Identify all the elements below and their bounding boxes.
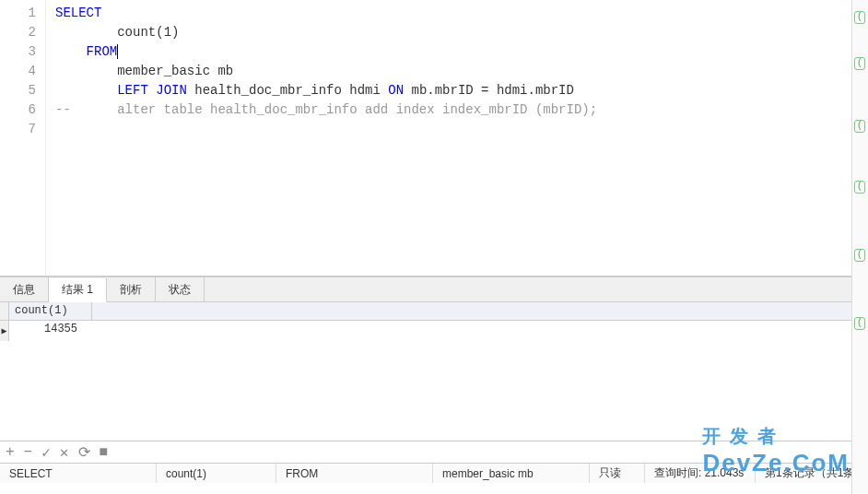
- stop-button[interactable]: ■: [100, 444, 109, 461]
- tab-剖析[interactable]: 剖析: [107, 277, 156, 301]
- rail-marker[interactable]: (: [854, 249, 865, 262]
- tab-状态[interactable]: 状态: [156, 277, 205, 301]
- rail-marker[interactable]: (: [854, 181, 865, 194]
- result-tabs: 信息结果 1剖析状态: [0, 276, 868, 302]
- results-header-row: count(1): [0, 302, 868, 321]
- tab-信息[interactable]: 信息: [0, 277, 49, 301]
- line-number: 7: [0, 120, 36, 139]
- apply-button[interactable]: ✓: [41, 443, 51, 462]
- code-line[interactable]: FROM: [55, 42, 859, 62]
- status-query-time: 查询时间: 21.043s: [645, 464, 756, 483]
- status-select: SELECT: [0, 464, 157, 483]
- line-number: 2: [0, 23, 36, 42]
- remove-row-button[interactable]: −: [24, 444, 33, 461]
- status-count: count(1): [157, 464, 276, 483]
- line-number: 6: [0, 100, 36, 120]
- row-marker-header: [0, 302, 9, 320]
- line-gutter: 1234567: [0, 0, 46, 276]
- rail-marker[interactable]: (: [854, 120, 865, 133]
- rail-marker[interactable]: (: [854, 57, 865, 70]
- table-row[interactable]: ▶14355: [0, 321, 868, 341]
- tab-结果 1[interactable]: 结果 1: [49, 278, 107, 302]
- add-row-button[interactable]: +: [6, 444, 15, 461]
- code-line[interactable]: SELECT: [55, 4, 859, 23]
- line-number: 3: [0, 42, 36, 62]
- code-area[interactable]: SELECT count(1) FROM member_basic mb LEF…: [46, 0, 868, 276]
- line-number: 4: [0, 62, 36, 81]
- rail-marker[interactable]: (: [854, 11, 865, 24]
- grid-toolbar: + − ✓ ✕ ⟳ ■: [0, 441, 868, 463]
- line-number: 1: [0, 4, 36, 23]
- column-header[interactable]: count(1): [9, 302, 92, 320]
- line-number: 5: [0, 81, 36, 100]
- status-from: FROM: [276, 464, 433, 483]
- status-bar: SELECT count(1) FROM member_basic mb 只读 …: [0, 463, 868, 483]
- code-line[interactable]: count(1): [55, 23, 859, 42]
- refresh-button[interactable]: ⟳: [78, 443, 90, 462]
- cancel-button[interactable]: ✕: [60, 443, 69, 462]
- current-row-marker: ▶: [0, 321, 9, 341]
- status-table: member_basic mb: [433, 464, 590, 483]
- result-cell[interactable]: 14355: [9, 321, 83, 341]
- code-line[interactable]: LEFT JOIN health_doc_mbr_info hdmi ON mb…: [55, 81, 859, 100]
- results-grid[interactable]: count(1) ▶14355: [0, 302, 868, 441]
- code-line[interactable]: -- alter table health_doc_mbr_info add i…: [55, 100, 859, 120]
- rail-marker[interactable]: (: [854, 317, 865, 330]
- sql-editor[interactable]: 1234567 SELECT count(1) FROM member_basi…: [0, 0, 868, 276]
- status-readonly: 只读: [590, 464, 645, 483]
- code-line[interactable]: member_basic mb: [55, 62, 859, 81]
- marker-rail: ((((((: [851, 0, 868, 494]
